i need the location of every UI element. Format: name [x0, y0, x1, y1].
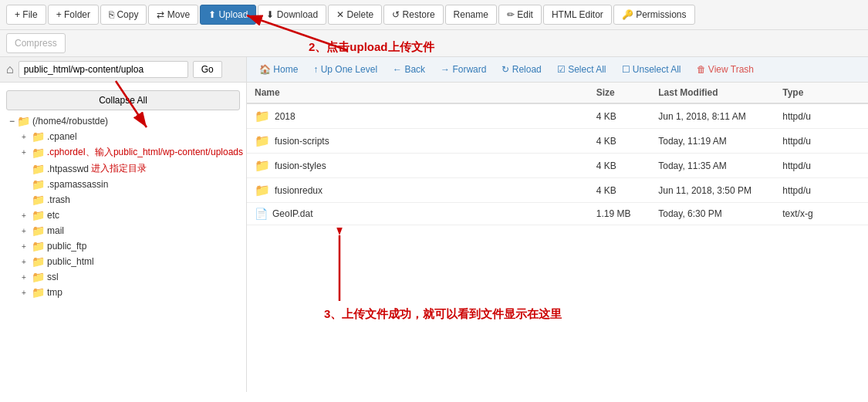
- table-row[interactable]: 📁fusion-scripts 4 KB Today, 11:19 AM htt…: [247, 129, 868, 154]
- table-row[interactable]: 📁2018 4 KB Jun 1, 2018, 8:11 AM httpd/u: [247, 103, 868, 129]
- trash-label: .trash: [47, 194, 70, 205]
- table-row[interactable]: 📁fusion-styles 4 KB Today, 11:35 AM http…: [247, 154, 868, 178]
- ssl-folder-icon: 📁: [32, 271, 45, 283]
- table-header: Name Size Last Modified Type: [247, 83, 868, 103]
- html-label: public_html: [47, 256, 94, 267]
- table-row[interactable]: 📁fusionredux 4 KB Jun 11, 2018, 3:50 PM …: [247, 178, 868, 203]
- select-all-btn[interactable]: ☑ Select All: [551, 61, 613, 78]
- modified-fredux: Jun 11, 2018, 3:50 PM: [650, 178, 775, 203]
- filename-fstyles: fusion-styles: [275, 160, 326, 171]
- folder-icon-2018: 📁: [255, 109, 270, 123]
- col-modified-header: Last Modified: [650, 83, 775, 103]
- tmp-tree-item[interactable]: + 📁 tmp: [19, 285, 246, 300]
- ftp-toggle: +: [22, 242, 29, 251]
- type-fstyles: httpd/u: [775, 154, 868, 178]
- html-editor-btn[interactable]: HTML Editor: [543, 5, 612, 25]
- unselect-all-btn[interactable]: ☐ Unselect All: [616, 61, 687, 78]
- htpasswd-annotation: 进入指定目录: [91, 162, 147, 175]
- toolbar-row2: Compress: [0, 30, 868, 57]
- mail-label: mail: [47, 225, 64, 236]
- etc-folder-icon: 📁: [32, 209, 45, 221]
- table-row[interactable]: 📄GeoIP.dat 1.19 MB Today, 6:30 PM text/x…: [247, 203, 868, 225]
- root-minus-icon: −: [9, 116, 15, 127]
- forward-btn[interactable]: → Forward: [434, 61, 492, 78]
- rename-btn[interactable]: Rename: [445, 5, 497, 25]
- file-tree: − 📁 (/home4/robustde) + 📁 .cpanel + 📁 .c…: [0, 113, 246, 300]
- up-level-btn[interactable]: ↑ Up One Level: [307, 61, 383, 78]
- htpasswd-folder-icon: 📁: [32, 163, 45, 175]
- home-nav-btn[interactable]: 🏠 Home: [253, 61, 304, 78]
- plus-icon2: +: [22, 148, 29, 157]
- cpanel-tree-item[interactable]: + 📁 .cpanel: [19, 129, 246, 144]
- root-folder-icon: 📁: [17, 115, 30, 127]
- file-btn[interactable]: + File: [6, 5, 46, 25]
- filename-fscripts: fusion-scripts: [275, 136, 329, 147]
- upload-btn[interactable]: ⬆ Upload: [200, 5, 256, 25]
- root-children: + 📁 .cpanel + 📁 .cphordeI、输入public_html/…: [6, 129, 246, 300]
- delete-btn[interactable]: ✕ Delete: [328, 5, 382, 25]
- root-label: (/home4/robustde): [32, 116, 108, 127]
- mail-tree-item[interactable]: + 📁 mail: [19, 223, 246, 238]
- size-geoip: 1.19 MB: [589, 203, 651, 225]
- htpasswd-tree-item[interactable]: 📁 .htpasswd 进入指定目录: [19, 160, 246, 177]
- ssl-toggle: +: [22, 273, 29, 282]
- size-fredux: 4 KB: [589, 178, 651, 203]
- folder-icon-fscripts: 📁: [255, 133, 270, 148]
- collapse-all-btn[interactable]: Collapse All: [6, 90, 240, 110]
- public-ftp-tree-item[interactable]: + 📁 public_ftp: [19, 238, 246, 254]
- size-2018: 4 KB: [589, 103, 651, 129]
- spam-label: .spamassassin: [47, 179, 108, 190]
- view-trash-btn[interactable]: 🗑 View Trash: [691, 61, 760, 78]
- filename-geoip: GeoIP.dat: [272, 208, 313, 219]
- cpanel-folder-icon: 📁: [32, 130, 45, 143]
- permissions-btn[interactable]: 🔑 Permissions: [613, 5, 695, 25]
- toolbar-row1: + File + Folder ⎘ Copy ⇄ Move ⬆ Upload ⬇…: [0, 0, 868, 30]
- edit-btn[interactable]: ✏ Edit: [498, 5, 542, 25]
- filename-2018: 2018: [275, 111, 296, 122]
- root-tree-item[interactable]: − 📁 (/home4/robustde): [6, 113, 246, 129]
- download-btn[interactable]: ⬇ Download: [258, 5, 326, 25]
- folder-icon-fstyles: 📁: [255, 158, 270, 173]
- ssl-tree-item[interactable]: + 📁 ssl: [19, 269, 246, 285]
- file-area: Name Size Last Modified Type 📁2018 4 KB …: [247, 83, 868, 392]
- tmp-toggle: +: [22, 289, 29, 297]
- go-button[interactable]: Go: [193, 61, 222, 78]
- cphorde-label: .cphordeI、输入public_html/wp-content/uploa…: [47, 146, 243, 159]
- trash-tree-item[interactable]: 📁 .trash: [19, 192, 246, 208]
- htpasswd-label: .htpasswd: [47, 164, 89, 174]
- folder-icon-fredux: 📁: [255, 183, 270, 198]
- file-table: Name Size Last Modified Type 📁2018 4 KB …: [247, 83, 868, 225]
- cphorde-tree-item[interactable]: + 📁 .cphordeI、输入public_html/wp-content/u…: [19, 144, 246, 160]
- mail-folder-icon: 📁: [32, 225, 45, 237]
- trash-folder-icon: 📁: [32, 194, 45, 206]
- compress-btn[interactable]: Compress: [6, 33, 66, 53]
- plus-icon: +: [22, 133, 29, 141]
- main-layout: Collapse All − 📁 (/home4/robustde) + 📁 .…: [0, 83, 868, 392]
- size-fscripts: 4 KB: [589, 129, 651, 154]
- etc-toggle: +: [22, 211, 29, 220]
- col-name-header: Name: [247, 83, 589, 103]
- back-btn[interactable]: ← Back: [387, 61, 431, 78]
- path-input[interactable]: [19, 61, 188, 78]
- html-folder-icon: 📁: [32, 255, 45, 268]
- col-type-header: Type: [775, 83, 868, 103]
- ftp-folder-icon: 📁: [32, 240, 45, 252]
- sidebar: Collapse All − 📁 (/home4/robustde) + 📁 .…: [0, 83, 247, 392]
- size-fstyles: 4 KB: [589, 154, 651, 178]
- etc-tree-item[interactable]: + 📁 etc: [19, 208, 246, 223]
- copy-btn[interactable]: ⎘ Copy: [100, 5, 147, 25]
- home-path-icon[interactable]: ⌂: [6, 62, 14, 76]
- move-btn[interactable]: ⇄ Move: [148, 5, 198, 25]
- modified-fstyles: Today, 11:35 AM: [650, 154, 775, 178]
- etc-label: etc: [47, 210, 59, 221]
- filename-fredux: fusionredux: [275, 185, 323, 196]
- restore-btn[interactable]: ↺ Restore: [383, 5, 443, 25]
- spamassassin-tree-item[interactable]: 📁 .spamassassin: [19, 177, 246, 192]
- tmp-folder-icon: 📁: [32, 286, 45, 299]
- tmp-label: tmp: [47, 287, 62, 298]
- public-html-tree-item[interactable]: + 📁 public_html: [19, 254, 246, 269]
- folder-btn[interactable]: + Folder: [48, 5, 99, 25]
- ftp-label: public_ftp: [47, 241, 86, 252]
- reload-btn[interactable]: ↻ Reload: [495, 61, 547, 78]
- type-fredux: httpd/u: [775, 178, 868, 203]
